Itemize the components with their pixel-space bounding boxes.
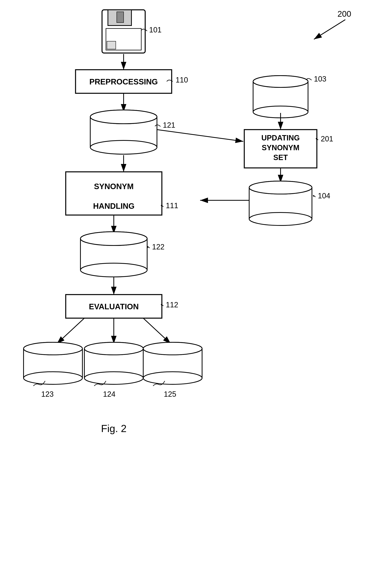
svg-point-8 (90, 110, 157, 124)
svg-point-20 (81, 232, 147, 245)
squiggle-122 (147, 246, 150, 248)
svg-rect-2 (117, 12, 124, 23)
diagram-svg: 101 PREPROCESSING 110 121 (0, 0, 392, 565)
arrow-200 (314, 20, 345, 39)
label-201: 201 (321, 135, 333, 143)
updating-label-2: SYNONYM (262, 144, 299, 152)
svg-point-15 (249, 212, 312, 225)
label-124: 124 (103, 390, 115, 398)
squiggle-104 (313, 195, 315, 197)
label-103: 103 (314, 75, 326, 83)
cylinder-123 (24, 342, 82, 384)
preprocessing-label: PREPROCESSING (89, 77, 158, 86)
svg-point-24 (24, 342, 82, 355)
floppy-disk-icon (102, 10, 145, 53)
label-123: 123 (41, 390, 54, 398)
svg-point-32 (143, 342, 202, 355)
svg-point-12 (253, 76, 308, 87)
svg-point-7 (90, 140, 157, 154)
cylinder-122 (81, 232, 147, 277)
synonym-label-1: SYNONYM (94, 182, 134, 191)
label-101: 101 (149, 26, 161, 34)
svg-point-19 (81, 263, 147, 277)
svg-point-28 (84, 342, 143, 355)
svg-point-31 (143, 372, 202, 384)
label-111: 111 (166, 202, 178, 210)
cylinder-125 (143, 342, 202, 384)
cylinder-103 (253, 76, 308, 118)
label-200: 200 (337, 9, 351, 18)
diagram-container: 101 PREPROCESSING 110 121 (0, 0, 392, 565)
cylinder-121 (90, 110, 157, 154)
svg-point-16 (249, 181, 312, 194)
synonym-label-2: HANDLING (93, 202, 134, 210)
fig-label: Fig. 2 (101, 423, 126, 434)
cylinder-124 (84, 342, 143, 384)
label-112: 112 (166, 301, 178, 309)
svg-point-23 (24, 372, 82, 384)
cylinder-104 (249, 181, 312, 225)
updating-label-3: SET (273, 153, 288, 162)
updating-label-1: UPDATING (261, 134, 300, 142)
arrow-eval-to-c125 (143, 318, 171, 344)
label-104: 104 (318, 192, 330, 200)
evaluation-label: EVALUATION (89, 302, 139, 311)
label-122: 122 (152, 243, 164, 251)
label-110: 110 (176, 76, 188, 84)
svg-point-27 (84, 372, 143, 384)
label-121: 121 (163, 121, 175, 129)
arrow-eval-to-c123 (57, 318, 84, 344)
label-125: 125 (164, 390, 176, 398)
arrow-c121-to-updating (157, 130, 243, 141)
svg-rect-4 (107, 41, 116, 49)
